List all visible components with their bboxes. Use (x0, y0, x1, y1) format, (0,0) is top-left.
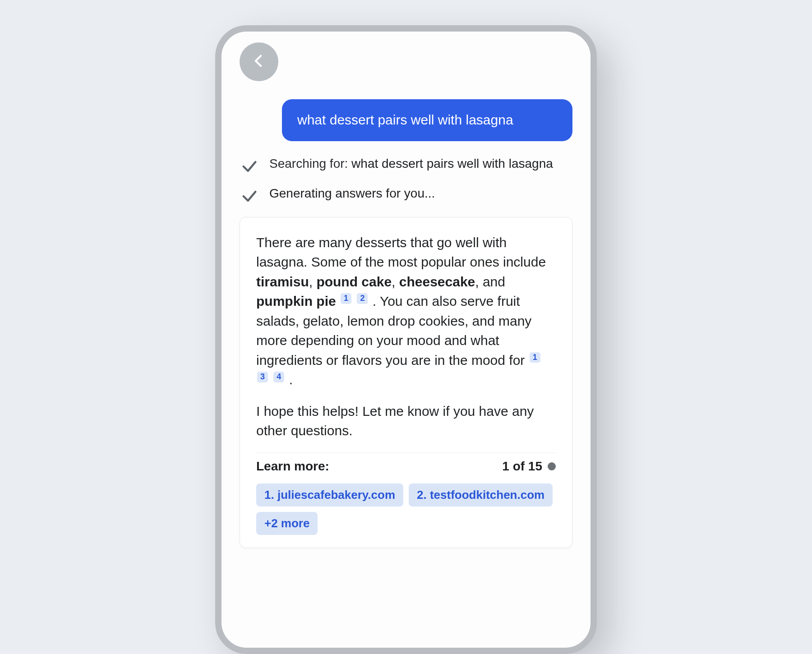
citation-2[interactable]: 2 (357, 293, 368, 304)
status-searching-text: Searching for: what dessert pairs well w… (269, 155, 553, 172)
citation-1b[interactable]: 1 (530, 352, 540, 363)
user-message-text: what dessert pairs well with lasagna (297, 112, 513, 127)
citation-3[interactable]: 3 (257, 372, 268, 382)
user-message-bubble: what dessert pairs well with lasagna (282, 99, 572, 141)
status-generating-text: Generating answers for you... (269, 184, 435, 202)
learn-more-label: Learn more: (256, 459, 329, 474)
chat-content: what dessert pairs well with lasagna Sea… (240, 42, 572, 548)
learn-more-row: Learn more: 1 of 15 (256, 452, 556, 474)
phone-frame: what dessert pairs well with lasagna Sea… (215, 25, 597, 654)
citation-1[interactable]: 1 (341, 293, 351, 304)
back-button[interactable] (240, 42, 278, 81)
status-generating: Generating answers for you... (240, 184, 572, 206)
answer-paragraph-1: There are many desserts that go well wit… (256, 233, 556, 390)
check-icon (240, 157, 259, 176)
citation-4[interactable]: 4 (273, 372, 284, 382)
assistant-answer-card: There are many desserts that go well wit… (240, 217, 572, 548)
chevron-left-icon (251, 53, 267, 70)
phone-screen: what dessert pairs well with lasagna Sea… (221, 32, 591, 648)
learn-more-count: 1 of 15 (502, 459, 556, 474)
source-chip-1[interactable]: 1. juliescafebakery.com (256, 484, 403, 507)
answer-paragraph-2: I hope this helps! Let me know if you ha… (256, 401, 556, 441)
source-chip-2[interactable]: 2. testfoodkitchen.com (409, 484, 553, 507)
dot-icon (548, 462, 556, 470)
status-searching: Searching for: what dessert pairs well w… (240, 155, 572, 176)
status-block: Searching for: what dessert pairs well w… (240, 155, 572, 206)
check-icon (240, 186, 259, 206)
assistant-answer-text: There are many desserts that go well wit… (256, 233, 556, 441)
source-chip-more[interactable]: +2 more (256, 512, 318, 535)
source-chip-row: 1. juliescafebakery.com 2. testfoodkitch… (256, 484, 556, 535)
